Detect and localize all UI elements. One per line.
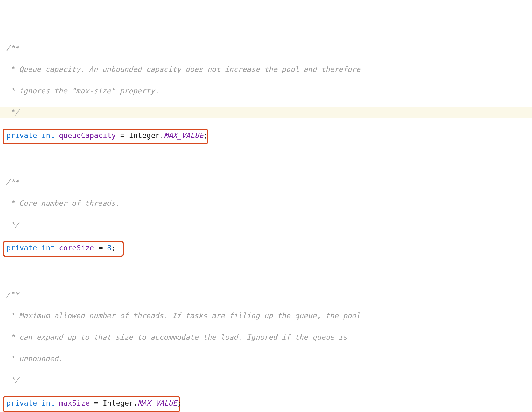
assign-op: = <box>116 131 129 140</box>
code-line-comment[interactable]: * Core number of threads. <box>0 198 532 209</box>
assign-op: = <box>90 399 103 407</box>
code-line-current[interactable]: */ <box>0 107 532 118</box>
code-line-comment[interactable]: * ignores the "max-size" property. <box>0 86 532 96</box>
assign-op: = <box>94 244 107 252</box>
code-line-comment[interactable]: /** <box>0 289 532 300</box>
code-line-comment[interactable]: /** <box>0 177 532 187</box>
semicolon: ; <box>177 399 181 407</box>
field-coreSize: coreSize <box>59 244 94 252</box>
keyword-private: private <box>6 244 37 252</box>
code-line-comment[interactable]: */ <box>0 219 532 230</box>
javadoc-open: /** <box>6 44 19 52</box>
javadoc-close: */ <box>6 221 19 229</box>
javadoc-body: * ignores the "max-size" property. <box>6 87 159 95</box>
javadoc-body: * Queue capacity. An unbounded capacity … <box>6 65 360 73</box>
javadoc-body: * can expand up to that size to accommod… <box>6 333 347 341</box>
keyword-int: int <box>41 244 55 252</box>
code-line-blank[interactable] <box>0 155 532 166</box>
code-line-comment[interactable]: * unbounded. <box>0 353 532 364</box>
keyword-private: private <box>6 131 37 140</box>
field-queueCapacity: queueCapacity <box>59 131 116 140</box>
code-line-comment[interactable]: * Maximum allowed number of threads. If … <box>0 310 532 321</box>
code-line-blank[interactable] <box>0 268 532 278</box>
dot: . <box>160 131 164 140</box>
javadoc-body: * Maximum allowed number of threads. If … <box>6 311 360 320</box>
const-maxvalue: MAX_VALUE <box>138 399 177 407</box>
number-literal: 8 <box>107 244 111 252</box>
javadoc-body: * Core number of threads. <box>6 199 120 207</box>
annotation-box-core-size: private int coreSize = 8; <box>3 241 124 257</box>
type-integer: Integer <box>129 131 160 140</box>
keyword-int: int <box>41 399 55 407</box>
code-line-comment[interactable]: * can expand up to that size to accommod… <box>0 332 532 343</box>
field-maxSize: maxSize <box>59 399 90 407</box>
text-cursor <box>19 108 19 116</box>
code-line-comment[interactable]: * Queue capacity. An unbounded capacity … <box>0 64 532 75</box>
javadoc-close: */ <box>6 376 19 384</box>
javadoc-open: /** <box>6 290 19 299</box>
type-integer: Integer <box>103 399 134 407</box>
javadoc-body: * unbounded. <box>6 354 63 363</box>
annotation-box-queue-capacity: private int queueCapacity = Integer.MAX_… <box>3 129 208 145</box>
javadoc-open: /** <box>6 178 19 186</box>
code-line-comment[interactable]: /** <box>0 43 532 54</box>
keyword-int: int <box>41 131 55 140</box>
semicolon: ; <box>111 244 116 252</box>
const-maxvalue: MAX_VALUE <box>164 131 203 140</box>
semicolon: ; <box>204 131 208 140</box>
javadoc-close: */ <box>6 108 19 116</box>
dot: . <box>133 399 138 407</box>
keyword-private: private <box>6 399 37 407</box>
code-line-comment[interactable]: */ <box>0 375 532 385</box>
annotation-box-max-size: private int maxSize = Integer.MAX_VALUE; <box>3 396 180 412</box>
